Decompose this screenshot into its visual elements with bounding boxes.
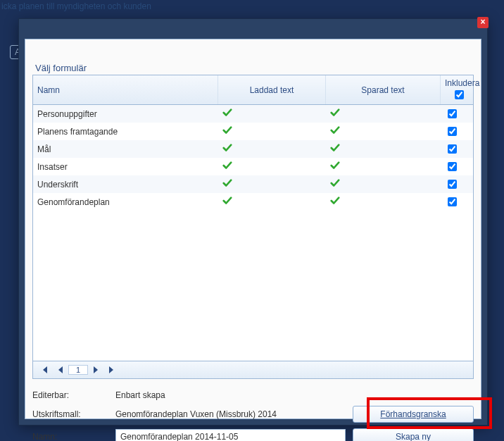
check-icon bbox=[330, 161, 340, 173]
row-loaded bbox=[218, 193, 326, 211]
editable-value: Enbart skapa bbox=[115, 390, 474, 400]
check-icon bbox=[222, 178, 232, 190]
column-header-saved[interactable]: Sparad text bbox=[326, 75, 441, 105]
row-loaded bbox=[218, 105, 326, 123]
check-icon bbox=[222, 125, 232, 137]
name-label: Namn: bbox=[32, 432, 115, 441]
row-loaded bbox=[218, 158, 326, 175]
pager-prev-icon[interactable] bbox=[53, 364, 67, 376]
row-saved bbox=[326, 140, 441, 158]
pager-next-icon[interactable] bbox=[89, 364, 103, 376]
column-header-name[interactable]: Namn bbox=[33, 75, 218, 105]
pager-last-icon[interactable] bbox=[105, 364, 119, 376]
check-icon bbox=[330, 125, 340, 137]
pager-page-number[interactable]: 1 bbox=[68, 365, 88, 375]
name-input[interactable] bbox=[115, 429, 346, 441]
row-include-checkbox[interactable] bbox=[448, 180, 457, 189]
row-include-checkbox[interactable] bbox=[448, 162, 457, 171]
check-icon bbox=[330, 143, 340, 155]
forms-grid: Namn Laddad text Sparad text Inkludera P… bbox=[32, 75, 474, 379]
row-name: Genomförandeplan bbox=[33, 193, 218, 211]
pager-first-icon[interactable] bbox=[37, 364, 51, 376]
table-row[interactable]: Underskrift bbox=[33, 175, 473, 193]
check-icon bbox=[222, 108, 232, 120]
row-include-checkbox[interactable] bbox=[448, 144, 457, 154]
check-icon bbox=[222, 196, 232, 208]
dialog-body: Välj formulär Namn Laddad text Sparad te… bbox=[25, 39, 481, 419]
include-all-checkbox[interactable] bbox=[455, 90, 464, 99]
choose-form-dialog: × Välj formulär Namn Laddad text Sparad … bbox=[18, 18, 488, 426]
table-row[interactable]: Mål bbox=[33, 140, 473, 158]
row-loaded bbox=[218, 175, 326, 193]
pager: 1 bbox=[33, 361, 473, 378]
table-row[interactable]: Genomförandeplan bbox=[33, 193, 473, 211]
row-include-checkbox[interactable] bbox=[448, 127, 457, 136]
template-label: Utskriftsmall: bbox=[32, 409, 115, 419]
row-include bbox=[441, 158, 474, 175]
close-icon[interactable]: × bbox=[477, 17, 489, 28]
check-icon bbox=[330, 178, 340, 190]
template-value: Genomförandeplan Vuxen (Missbruk) 2014 bbox=[115, 409, 353, 419]
row-name: Mål bbox=[33, 140, 218, 158]
row-include bbox=[441, 123, 474, 140]
row-include bbox=[441, 140, 474, 158]
row-include-checkbox[interactable] bbox=[448, 197, 457, 206]
dialog-title: Välj formulär bbox=[35, 63, 87, 73]
row-loaded bbox=[218, 140, 326, 158]
row-name: Underskrift bbox=[33, 175, 218, 193]
create-new-button[interactable]: Skapa ny bbox=[353, 428, 474, 441]
background-window-text: icka planen till myndigheten och kunden bbox=[1, 1, 151, 11]
column-header-loaded[interactable]: Laddad text bbox=[218, 75, 326, 105]
check-icon bbox=[222, 143, 232, 155]
table-row[interactable]: Planens framtagande bbox=[33, 123, 473, 140]
row-include bbox=[441, 175, 474, 193]
dialog-footer: Editerbar: Enbart skapa Utskriftsmall: G… bbox=[32, 385, 474, 441]
table-row[interactable]: Insatser bbox=[33, 158, 473, 175]
table-row[interactable]: Personuppgifter bbox=[33, 105, 473, 123]
row-saved bbox=[326, 123, 441, 140]
row-saved bbox=[326, 158, 441, 175]
row-saved bbox=[326, 193, 441, 211]
column-header-include[interactable]: Inkludera bbox=[441, 75, 474, 105]
row-saved bbox=[326, 105, 441, 123]
editable-label: Editerbar: bbox=[32, 390, 115, 400]
check-icon bbox=[330, 196, 340, 208]
row-name: Insatser bbox=[33, 158, 218, 175]
column-header-include-label: Inkludera bbox=[445, 78, 479, 88]
check-icon bbox=[222, 161, 232, 173]
row-saved bbox=[326, 175, 441, 193]
preview-button[interactable]: Förhandsgranska bbox=[353, 406, 474, 423]
row-include-checkbox[interactable] bbox=[448, 109, 457, 118]
row-loaded bbox=[218, 123, 326, 140]
forms-table: Namn Laddad text Sparad text Inkludera P… bbox=[33, 75, 473, 211]
row-include bbox=[441, 193, 474, 211]
row-include bbox=[441, 105, 474, 123]
check-icon bbox=[330, 108, 340, 120]
row-name: Planens framtagande bbox=[33, 123, 218, 140]
row-name: Personuppgifter bbox=[33, 105, 218, 123]
